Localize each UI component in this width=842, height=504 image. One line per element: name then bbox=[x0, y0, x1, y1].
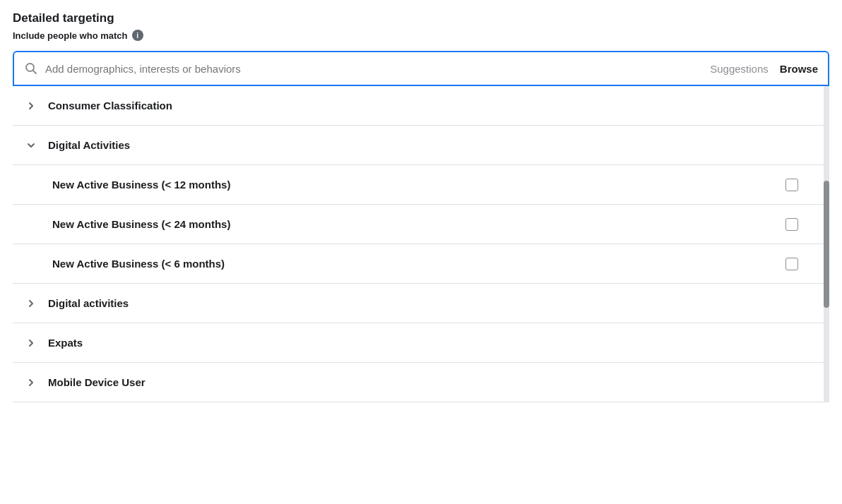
scroll-thumb[interactable] bbox=[824, 181, 829, 307]
checkbox[interactable] bbox=[785, 218, 798, 231]
chevron-right-icon[interactable] bbox=[24, 99, 38, 113]
list-item[interactable]: Expats bbox=[13, 323, 829, 363]
item-label: New Active Business (< 24 months) bbox=[52, 218, 785, 230]
list-item[interactable]: New Active Business (< 12 months) bbox=[13, 165, 829, 205]
item-label: Expats bbox=[48, 337, 798, 349]
search-input[interactable] bbox=[45, 63, 710, 75]
detailed-targeting-section: Detailed targeting Include people who ma… bbox=[13, 11, 829, 402]
checkbox[interactable] bbox=[785, 258, 798, 270]
item-label: New Active Business (< 12 months) bbox=[52, 179, 785, 191]
scroll-track[interactable] bbox=[824, 86, 829, 402]
suggestions-label[interactable]: Suggestions bbox=[710, 63, 769, 75]
list-item[interactable]: Consumer Classification bbox=[13, 86, 829, 126]
item-label: Mobile Device User bbox=[48, 376, 798, 388]
search-actions: Suggestions Browse bbox=[710, 63, 818, 75]
search-icon bbox=[24, 61, 38, 76]
list-item[interactable]: Digital activities bbox=[13, 284, 829, 323]
chevron-right-icon[interactable] bbox=[24, 336, 38, 350]
list-item[interactable]: New Active Business (< 6 months) bbox=[13, 244, 829, 284]
search-bar: Suggestions Browse bbox=[13, 51, 829, 86]
checkbox[interactable] bbox=[785, 179, 798, 191]
list-item[interactable]: Digital Activities bbox=[13, 126, 829, 165]
subtitle-text: Include people who match bbox=[13, 30, 128, 41]
list-item[interactable]: New Active Business (< 24 months) bbox=[13, 205, 829, 244]
chevron-down-icon[interactable] bbox=[24, 138, 38, 152]
list-item[interactable]: Mobile Device User bbox=[13, 363, 829, 402]
svg-line-1 bbox=[33, 71, 37, 74]
info-icon[interactable]: i bbox=[132, 30, 143, 41]
item-label: New Active Business (< 6 months) bbox=[52, 258, 785, 270]
item-label: Consumer Classification bbox=[48, 100, 798, 112]
chevron-right-icon[interactable] bbox=[24, 296, 38, 311]
section-title: Detailed targeting bbox=[13, 11, 829, 25]
search-and-list-container: Suggestions Browse Consumer Classificati… bbox=[13, 51, 829, 402]
item-label: Digital activities bbox=[48, 297, 798, 309]
browse-button[interactable]: Browse bbox=[780, 63, 818, 75]
item-label: Digital Activities bbox=[48, 139, 798, 151]
list-body: Consumer ClassificationDigital Activitie… bbox=[13, 86, 829, 402]
subtitle-row: Include people who match i bbox=[13, 30, 829, 41]
chevron-right-icon[interactable] bbox=[24, 376, 38, 390]
